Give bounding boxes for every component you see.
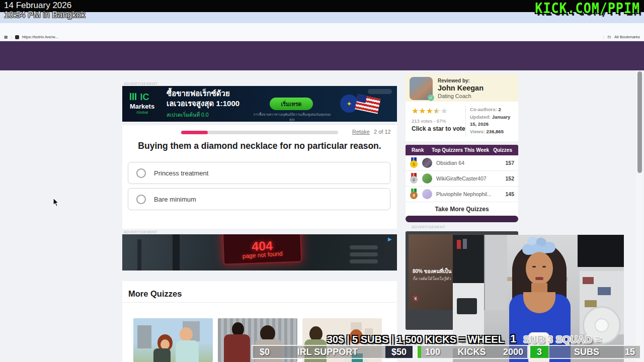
kicks-goal: 2000: [503, 347, 523, 357]
support-current: $0: [260, 347, 270, 357]
kicks-current: 100: [425, 347, 440, 357]
star-icon[interactable]: ★: [426, 107, 433, 115]
apps-grid-icon[interactable]: ▦: [4, 35, 8, 39]
radio-icon[interactable]: [136, 195, 146, 204]
forex-headline: ซื้อขายฟอเร็กซ์ด้วย เลเวอเรจสูงสุด 1:100…: [167, 88, 239, 109]
rank-header: Rank: [412, 147, 432, 153]
goal-counter: 1: [510, 332, 516, 345]
user-name: Pluviophile Nephophil...: [436, 191, 501, 197]
ad-label: ADVERTISEMENT: [124, 230, 157, 234]
bronze-medal-icon: 3: [410, 189, 418, 200]
streamer-mouth: [535, 277, 543, 280]
wikihow-header: wikiHow ❤ Relationships QUIZZES: [0, 41, 644, 70]
divider: |: [603, 35, 604, 39]
quiz-count: 152: [505, 175, 514, 182]
stream-canvas: Princess Treatment vs Bare Mi... ✕ + – ▢…: [0, 0, 644, 362]
gold-medal-icon: 1: [410, 157, 418, 168]
user-avatar: [422, 158, 432, 168]
quiz-option-2[interactable]: Bare minimum: [128, 188, 390, 210]
folder-icon: 🗀: [607, 35, 611, 39]
silver-medal-icon: 2: [410, 173, 418, 184]
quiz-progress-count: 2 of 12: [374, 129, 391, 135]
rating-card: ★★★★★★ 213 votes - 67% Click a star to v…: [406, 102, 518, 141]
ad-label: ADVERTISEMENT: [412, 225, 445, 229]
game-ad-banner[interactable]: 404 page not found ▶: [122, 234, 397, 270]
microwave: [457, 298, 477, 314]
bookmark-item[interactable]: https://botrix.live/w...: [22, 35, 58, 39]
streamer-face: [526, 252, 553, 285]
bookmarks-bar: ▦ | https://botrix.live/w... | 🗀 All Boo…: [0, 33, 644, 41]
star-rating[interactable]: ★★★★★★: [412, 107, 448, 116]
overlay-time: 10:54 PM in Bangkok: [4, 10, 86, 20]
ad-label: ADVERTISEMENT: [124, 82, 157, 85]
subs-bar: 3 SUBS 15: [529, 345, 641, 359]
votes-text: 213 votes - 67%: [412, 118, 446, 124]
forex-cta-button[interactable]: เริ่มเทรด: [270, 98, 313, 110]
vote-cta[interactable]: Click a star to vote: [412, 125, 465, 132]
forex-ad-banner[interactable]: IC Markets Global ซื้อขายฟอเร็กซ์ด้วย เล…: [122, 86, 397, 122]
ic-markets-logo: IC Markets Global: [130, 92, 154, 115]
title-header: Top Quizzers This Week: [432, 147, 493, 153]
scrollbar-thumb[interactable]: [637, 71, 642, 173]
squad-goal-text: SUB 3 SQUAD =: [523, 334, 601, 345]
forex-disclaimer: การซื้อขายตราสารอนุพันธ์มีความเสี่ยงสูงต…: [253, 112, 331, 122]
quiz-card: Retake 2 of 12 Buying them a diamond nec…: [122, 125, 397, 229]
quiz-count: 157: [505, 160, 514, 166]
irl-support-bar: $0 IRL SUPPORT $50: [252, 345, 414, 359]
reviewer-card: ✓ Reviewed by: John Keegan Dating Coach: [406, 74, 518, 102]
browser-toolbar: ← → ↻ ⊜ wikihow.com/Relationships/Prince…: [0, 23, 644, 33]
kicks-label: KICKS: [440, 347, 503, 357]
play-icon[interactable]: ▶: [388, 236, 392, 242]
user-name: Obsidian 64: [436, 160, 501, 166]
overlay-date: 14 February 2026: [4, 1, 71, 11]
kick-channel-url: KICK.COM/PPIM: [535, 0, 640, 16]
leaderboard-header: Rank Top Quizzers This Week Quizzes: [406, 145, 518, 155]
subs-current: 3: [530, 346, 548, 358]
user-avatar: [422, 173, 432, 184]
kicks-bar: 100 KICKS 2000: [417, 345, 528, 359]
radio-icon[interactable]: [136, 168, 146, 178]
forex-spread-line: สเปรดเริ่มต้นที่ 0.0: [167, 111, 209, 119]
user-name: WikiGiraffeCaster407: [436, 175, 501, 182]
collapsed-widget-bar[interactable]: [406, 216, 518, 222]
wheel-goal-text: 30$ | 5 SUBS | 1,500 KICKS = WHEEL: [327, 334, 504, 345]
subs-label: SUBS: [548, 347, 625, 357]
quiz-question: Buying them a diamond necklace for no pa…: [122, 141, 397, 151]
adchoices-badge: [368, 89, 392, 94]
speaker-muted-icon[interactable]: 🔇: [413, 296, 419, 301]
reviewer-role: Dating Coach: [438, 93, 471, 99]
reviewed-by-label: Reviewed by:: [438, 78, 470, 83]
leaderboard-row[interactable]: 2 WikiGiraffeCaster407 152: [406, 171, 518, 187]
star-icon[interactable]: ★: [419, 107, 426, 115]
star-empty-icon[interactable]: ★: [440, 107, 447, 115]
quizzes-header: Quizzes: [493, 147, 512, 153]
take-more-quizzes-button[interactable]: Take More Quizzes: [406, 202, 518, 216]
subs-goal: 15: [625, 347, 635, 357]
leaderboard-row[interactable]: 1 Obsidian 64 157: [406, 155, 518, 171]
retake-link[interactable]: Retake: [352, 129, 370, 135]
mouse-cursor: [53, 198, 59, 207]
quiz-thumbnail-1[interactable]: [133, 318, 213, 362]
quiz-count: 145: [505, 191, 514, 197]
refrigerator: [484, 235, 507, 310]
support-goal: $50: [385, 346, 413, 358]
article-meta: Co-authors: 2 Updated: January 15, 2026 …: [470, 106, 516, 136]
ic-bars-icon: [130, 93, 138, 100]
quiz-progress-track: [181, 131, 338, 134]
divider: |: [11, 35, 12, 39]
us-flag-icon: [355, 95, 380, 114]
all-bookmarks-button[interactable]: All Bookmarks: [614, 35, 640, 39]
neon-404-sign: 404 page not found: [222, 234, 302, 265]
tv-screen: [578, 235, 624, 267]
reviewer-name[interactable]: John Keegan: [438, 84, 484, 92]
quiz-option-1[interactable]: Princess treatment: [128, 162, 390, 184]
kicks-progress-fill: [418, 346, 421, 358]
star-half-icon[interactable]: ★★: [433, 107, 440, 115]
support-label: IRL SUPPORT: [270, 347, 385, 357]
leaderboard-card: Rank Top Quizzers This Week Quizzes 1 Ob…: [406, 145, 518, 216]
user-avatar: [422, 189, 432, 199]
star-icon[interactable]: ★: [412, 107, 419, 115]
leaderboard-row[interactable]: 3 Pluviophile Nephophil... 145: [406, 187, 518, 202]
check-badge-icon: ✓: [428, 95, 434, 101]
bookmark-favicon: [15, 35, 19, 39]
